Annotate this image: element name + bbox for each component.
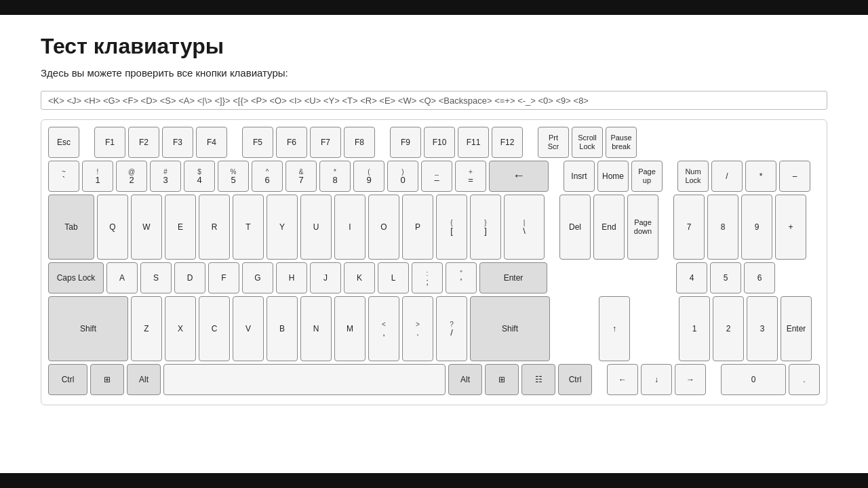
key-backspace[interactable]: ← — [489, 161, 549, 192]
key-l[interactable]: L — [378, 262, 409, 293]
key-f7[interactable]: F7 — [310, 127, 341, 158]
key-capslock[interactable]: Caps Lock — [48, 262, 104, 293]
key-scrolllock[interactable]: ScrollLock — [572, 127, 603, 158]
key-a[interactable]: A — [106, 262, 138, 293]
key-alt-left[interactable]: Alt — [127, 364, 161, 395]
key-m[interactable]: M — [334, 296, 366, 361]
key-menu[interactable]: ☷ — [521, 364, 555, 395]
key-slash[interactable]: ? / — [436, 296, 467, 361]
key-f10[interactable]: F10 — [424, 127, 455, 158]
key-s[interactable]: S — [140, 262, 172, 293]
key-insert[interactable]: Insrt — [564, 161, 595, 192]
key-tab[interactable]: Tab — [48, 195, 94, 260]
key-enter[interactable]: Enter — [479, 262, 547, 293]
key-k[interactable]: K — [344, 262, 375, 293]
key-arrow-up[interactable]: ↑ — [599, 296, 630, 361]
key-1[interactable]: ! 1 — [82, 161, 113, 192]
key-r[interactable]: R — [199, 195, 230, 260]
key-f8[interactable]: F8 — [344, 127, 375, 158]
key-6[interactable]: ^ 6 — [252, 161, 283, 192]
key-comma[interactable]: < , — [368, 296, 399, 361]
key-arrow-right[interactable]: → — [675, 364, 706, 395]
key-x[interactable]: X — [165, 296, 196, 361]
key-f12[interactable]: F12 — [492, 127, 523, 158]
key-arrow-left[interactable]: ← — [607, 364, 638, 395]
key-f5[interactable]: F5 — [242, 127, 273, 158]
key-y[interactable]: Y — [267, 195, 298, 260]
key-ctrl-right[interactable]: Ctrl — [558, 364, 592, 395]
key-quote[interactable]: " ' — [446, 262, 477, 293]
key-num-dot[interactable]: . — [789, 364, 820, 395]
key-pagedown[interactable]: Pagedown — [627, 195, 658, 260]
key-pageup[interactable]: Pageup — [631, 161, 663, 192]
key-prtscr[interactable]: PrtScr — [538, 127, 569, 158]
key-z[interactable]: Z — [131, 296, 162, 361]
key-f2[interactable]: F2 — [128, 127, 159, 158]
key-5[interactable]: % 5 — [218, 161, 249, 192]
key-semicolon[interactable]: : ; — [412, 262, 443, 293]
key-num6[interactable]: 6 — [744, 262, 775, 293]
key-f[interactable]: F — [208, 262, 239, 293]
key-f1[interactable]: F1 — [94, 127, 125, 158]
key-alt-right[interactable]: Alt — [448, 364, 482, 395]
key-pausebreak[interactable]: Pausebreak — [606, 127, 637, 158]
key-esc[interactable]: Esc — [48, 127, 79, 158]
key-end[interactable]: End — [593, 195, 625, 260]
key-num7[interactable]: 7 — [673, 195, 705, 260]
key-2[interactable]: @ 2 — [116, 161, 147, 192]
key-rbracket[interactable]: } ] — [470, 195, 501, 260]
key-num-minus[interactable]: – — [779, 161, 810, 192]
key-e[interactable]: E — [165, 195, 196, 260]
key-0[interactable]: ) 0 — [387, 161, 418, 192]
key-num3[interactable]: 3 — [747, 296, 778, 361]
key-f3[interactable]: F3 — [162, 127, 193, 158]
key-num-slash[interactable]: / — [711, 161, 743, 192]
key-q[interactable]: Q — [97, 195, 128, 260]
key-3[interactable]: # 3 — [150, 161, 181, 192]
key-ctrl-left[interactable]: Ctrl — [48, 364, 87, 395]
key-backslash[interactable]: | \ — [504, 195, 545, 260]
key-4[interactable]: $ 4 — [184, 161, 215, 192]
key-g[interactable]: G — [242, 262, 273, 293]
key-numlock[interactable]: NumLock — [677, 161, 709, 192]
key-num9[interactable]: 9 — [741, 195, 772, 260]
key-num2[interactable]: 2 — [713, 296, 744, 361]
key-f9[interactable]: F9 — [390, 127, 421, 158]
key-u[interactable]: U — [300, 195, 332, 260]
key-f11[interactable]: F11 — [458, 127, 489, 158]
key-num5[interactable]: 5 — [710, 262, 741, 293]
key-n[interactable]: N — [300, 296, 332, 361]
key-shift-right[interactable]: Shift — [470, 296, 550, 361]
key-f4[interactable]: F4 — [196, 127, 227, 158]
key-num0[interactable]: 0 — [721, 364, 786, 395]
key-space[interactable] — [163, 364, 446, 395]
key-tilde[interactable]: ~ ` — [48, 161, 79, 192]
key-d[interactable]: D — [174, 262, 205, 293]
key-i[interactable]: I — [334, 195, 366, 260]
key-c[interactable]: C — [199, 296, 230, 361]
key-num8[interactable]: 8 — [707, 195, 738, 260]
key-shift-left[interactable]: Shift — [48, 296, 128, 361]
key-home[interactable]: Home — [597, 161, 629, 192]
key-p[interactable]: P — [402, 195, 433, 260]
key-equals[interactable]: + = — [455, 161, 486, 192]
key-win-left[interactable]: ⊞ — [90, 364, 124, 395]
key-h[interactable]: H — [276, 262, 307, 293]
key-j[interactable]: J — [310, 262, 341, 293]
key-period[interactable]: > . — [402, 296, 433, 361]
key-f6[interactable]: F6 — [276, 127, 307, 158]
key-minus[interactable]: _ – — [421, 161, 452, 192]
key-delete[interactable]: Del — [559, 195, 591, 260]
key-arrow-down[interactable]: ↓ — [641, 364, 672, 395]
key-b[interactable]: B — [267, 296, 298, 361]
key-num4[interactable]: 4 — [676, 262, 707, 293]
key-t[interactable]: T — [233, 195, 264, 260]
key-8[interactable]: * 8 — [319, 161, 351, 192]
key-num-enter[interactable]: Enter — [781, 296, 812, 361]
key-v[interactable]: V — [233, 296, 264, 361]
key-num-plus[interactable]: + — [775, 195, 806, 260]
key-9[interactable]: ( 9 — [353, 161, 384, 192]
key-w[interactable]: W — [131, 195, 162, 260]
key-num-asterisk[interactable]: * — [745, 161, 776, 192]
key-win-right[interactable]: ⊞ — [485, 364, 519, 395]
